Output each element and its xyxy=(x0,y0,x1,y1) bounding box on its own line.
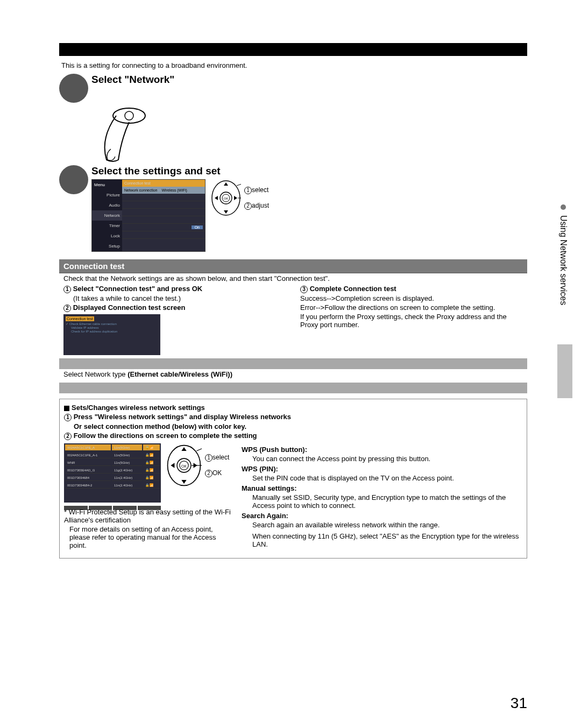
network-type-line: Select Network type (Ethernet cable/Wire… xyxy=(63,370,526,378)
side-tab: Using Network services xyxy=(558,204,568,305)
wireless-subheading xyxy=(59,383,527,393)
wireless-step2: 2 Follow the directions on screen to com… xyxy=(64,432,522,440)
wps-push-heading: WPS (Push button): xyxy=(242,446,522,454)
wps-push-body: You can connect the Access point by pres… xyxy=(252,455,522,463)
side-tab-dot-icon xyxy=(561,204,566,210)
ct-step3-l2: Error-->Follow the directions on screen … xyxy=(300,303,526,312)
ct-step3-l1: Success-->Completion screen is displayed… xyxy=(300,294,526,302)
menu-screenshot: Menu Picture Audio Network Timer Lock Se… xyxy=(91,179,206,252)
step-1-circle xyxy=(59,74,88,103)
connection-test-intro: Check that the Network settings are as s… xyxy=(63,274,526,282)
side-stripe xyxy=(557,344,572,398)
wireless-step1: 1 Press "Wireless network settings" and … xyxy=(64,413,522,421)
step-1-heading: Select "Network" xyxy=(91,74,527,86)
page-number: 31 xyxy=(511,695,527,712)
manual-body: Manually set SSID, Security type, and En… xyxy=(252,493,522,510)
svg-line-6 xyxy=(237,183,241,186)
svg-text:OK: OK xyxy=(181,464,187,468)
wireless-heading: Sets/Changes wireless network settings xyxy=(64,404,522,412)
ct-step1: 1 Select "Connection test" and press OK xyxy=(63,285,289,293)
wifi-note2: For more details on setting of an Access… xyxy=(69,525,231,549)
ct-step2: 2 Displayed Connection test screen xyxy=(63,303,289,312)
ct-step1-note: (It takes a while to cancel the test.) xyxy=(73,294,289,302)
wps-pin-heading: WPS (PIN): xyxy=(242,465,522,473)
connection-test-screen: Connection test ✓ Check Ethernet cable c… xyxy=(63,314,160,355)
dpad-icon-2: OK xyxy=(166,443,202,487)
dpad2-ok: 2OK xyxy=(205,469,229,477)
remote-illustration xyxy=(95,106,148,165)
ct-step3-l3: If you perform the Proxy settings, check… xyxy=(300,313,526,329)
intro-text: This is a setting for connecting to a br… xyxy=(61,61,527,69)
network-connection-subheading xyxy=(59,358,527,369)
dpad-icon: OK xyxy=(211,179,241,217)
svg-line-12 xyxy=(196,447,202,451)
section-header-bar xyxy=(59,43,527,56)
svg-point-1 xyxy=(125,111,133,120)
ct-step3: 3 Complete Connection test xyxy=(300,285,526,293)
wifi-note1: * Wi-Fi Protected Setup is an easy setti… xyxy=(64,508,231,524)
dpad-select-label: 1select xyxy=(244,186,269,194)
search-heading: Search Again: xyxy=(242,512,522,520)
dpad2-select: 1select xyxy=(205,454,229,462)
connection-test-heading: Connection test xyxy=(59,259,527,273)
dpad-adjust-label: 2adjust xyxy=(244,202,269,210)
step-2-heading: Select the settings and set xyxy=(91,165,527,177)
search-body: Search again an available wireless netwo… xyxy=(252,521,522,529)
wireless-step1b: Or select connection method (below) with… xyxy=(74,422,522,430)
svg-point-0 xyxy=(113,108,145,123)
svg-text:OK: OK xyxy=(224,197,229,200)
manual-heading: Manual settings: xyxy=(242,484,522,492)
aes-note: When connecting by 11n (5 GHz), select "… xyxy=(252,532,522,548)
wps-pin-body: Set the PIN code that is displayed on th… xyxy=(252,474,522,482)
step-2-circle xyxy=(59,165,88,194)
wireless-networks-screen: 0024A5C1C1FE_A11n(5GHz)🔒 📶 0024A5C1C1FE_… xyxy=(64,443,161,503)
